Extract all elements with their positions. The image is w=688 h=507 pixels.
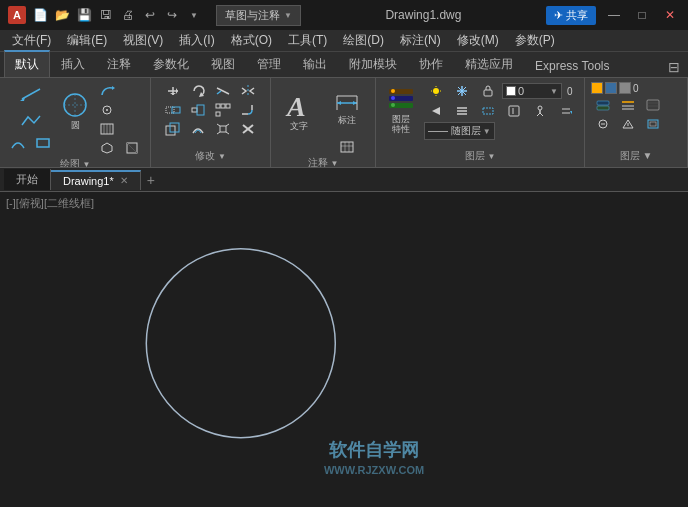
- layer-prev-icon[interactable]: [424, 102, 448, 120]
- ribbon-collapse-button[interactable]: ⊟: [664, 57, 684, 77]
- layer-sun-icon[interactable]: [424, 82, 448, 100]
- arc-tool[interactable]: [6, 134, 30, 152]
- text-tool[interactable]: A 文字: [277, 82, 321, 140]
- layer-btn5[interactable]: [616, 115, 640, 133]
- tab-featured[interactable]: 精选应用: [454, 50, 524, 77]
- layer-btn2[interactable]: [616, 96, 640, 114]
- canvas-area[interactable]: [-][俯视][二维线框] 软件自学网 WWW.RJZXW.COM: [0, 192, 688, 507]
- tab-annotate[interactable]: 注释: [96, 50, 142, 77]
- mirror-tool[interactable]: [236, 82, 260, 100]
- polyline-tool[interactable]: [13, 108, 49, 132]
- menu-file[interactable]: 文件(F): [4, 30, 59, 51]
- new-button[interactable]: 📄: [30, 5, 50, 25]
- menu-view[interactable]: 视图(V): [115, 30, 171, 51]
- tab-addins[interactable]: 附加模块: [338, 50, 408, 77]
- trim-tool[interactable]: [211, 82, 235, 100]
- svg-text:A: A: [285, 91, 306, 120]
- modify-expand-arrow[interactable]: ▼: [218, 152, 226, 161]
- print-button[interactable]: 🖨: [118, 5, 138, 25]
- dimension-tool[interactable]: 标注: [325, 82, 369, 136]
- line-tool[interactable]: [13, 82, 49, 106]
- fillet-tool[interactable]: [236, 101, 260, 119]
- hatch-tool[interactable]: [95, 120, 119, 138]
- menu-parametric[interactable]: 参数(P): [507, 30, 563, 51]
- tab-manage[interactable]: 管理: [246, 50, 292, 77]
- drawing-canvas[interactable]: [0, 192, 688, 507]
- offset-tool[interactable]: [186, 120, 210, 138]
- layer-merge-icon[interactable]: [554, 102, 578, 120]
- menu-tools[interactable]: 工具(T): [280, 30, 335, 51]
- new-tab-button[interactable]: +: [141, 170, 161, 190]
- close-button[interactable]: ✕: [660, 5, 680, 25]
- workspace-selector[interactable]: 草图与注释 ▼: [216, 5, 301, 26]
- tab-output[interactable]: 输出: [292, 50, 338, 77]
- rectangle-tool[interactable]: [31, 134, 55, 152]
- copy-tool[interactable]: [161, 120, 185, 138]
- layer-isolate-icon[interactable]: [476, 102, 500, 120]
- undo-button[interactable]: ↩: [140, 5, 160, 25]
- region-icon: [101, 142, 113, 154]
- array-tool[interactable]: [211, 101, 235, 119]
- annotate-expand-arrow[interactable]: ▼: [331, 159, 339, 168]
- save-as-button[interactable]: 🖫: [96, 5, 116, 25]
- redo-button[interactable]: ↪: [162, 5, 182, 25]
- layer-btn1[interactable]: [591, 96, 615, 114]
- tab-default[interactable]: 默认: [4, 50, 50, 77]
- menu-edit[interactable]: 编辑(E): [59, 30, 115, 51]
- scale-tool[interactable]: [186, 101, 210, 119]
- table-tool[interactable]: [335, 138, 359, 156]
- draw-expand-arrow[interactable]: ▼: [83, 160, 91, 169]
- layer-lock-icon[interactable]: [476, 82, 500, 100]
- ribbon-panel: 圆: [0, 78, 688, 168]
- layer-btn4[interactable]: [591, 115, 615, 133]
- arc-tool2[interactable]: [95, 82, 119, 100]
- layer-btn6[interactable]: [641, 115, 665, 133]
- tab-view[interactable]: 视图: [200, 50, 246, 77]
- quick-access-dropdown[interactable]: ▼: [184, 5, 204, 25]
- layer-freeze-vp-icon[interactable]: [502, 102, 526, 120]
- menu-insert[interactable]: 插入(I): [171, 30, 222, 51]
- more-draw-tools: [6, 134, 55, 152]
- linetype-selector[interactable]: —— 随图层 ▼: [424, 122, 495, 140]
- annotate-extra: [335, 138, 359, 156]
- move-tool[interactable]: [95, 101, 119, 119]
- close-tab-button[interactable]: ✕: [120, 175, 128, 186]
- open-button[interactable]: 📂: [52, 5, 72, 25]
- layer-btn3[interactable]: [641, 96, 665, 114]
- tab-collaborate[interactable]: 协作: [408, 50, 454, 77]
- menu-format[interactable]: 格式(O): [223, 30, 280, 51]
- start-tab-label: 开始: [16, 172, 38, 187]
- layer-properties-label: 图层特性: [392, 115, 410, 135]
- rotate-tool[interactable]: [186, 82, 210, 100]
- tab-express-tools[interactable]: Express Tools: [524, 53, 620, 77]
- doc-tab-drawing1[interactable]: Drawing1* ✕: [51, 170, 141, 190]
- save-button[interactable]: 💾: [74, 5, 94, 25]
- layer-freeze-icon[interactable]: [450, 82, 474, 100]
- erase-tool[interactable]: [236, 120, 260, 138]
- color-row: 0: [591, 82, 639, 94]
- layer-name-selector[interactable]: 0 ▼: [502, 83, 562, 99]
- menu-draw[interactable]: 绘图(D): [335, 30, 392, 51]
- layer-match-icon[interactable]: [450, 102, 474, 120]
- app-icon[interactable]: A: [8, 6, 26, 24]
- stretch-tool[interactable]: [161, 101, 185, 119]
- tab-parametric[interactable]: 参数化: [142, 50, 200, 77]
- layer-zero-label: 0: [564, 85, 576, 98]
- layer-walk-icon[interactable]: [528, 102, 552, 120]
- share-button[interactable]: ✈ 共享: [546, 6, 596, 25]
- circle-tool[interactable]: 圆: [57, 82, 93, 140]
- tab-insert[interactable]: 插入: [50, 50, 96, 77]
- wipeout-tool[interactable]: [120, 139, 144, 157]
- menu-modify[interactable]: 修改(M): [449, 30, 507, 51]
- layers-expand-arrow[interactable]: ▼: [488, 152, 496, 161]
- menu-dimension[interactable]: 标注(N): [392, 30, 449, 51]
- annotate-col2: 标注: [325, 82, 369, 156]
- minimize-button[interactable]: —: [604, 5, 624, 25]
- maximize-button[interactable]: □: [632, 5, 652, 25]
- doc-tab-start[interactable]: 开始: [4, 169, 51, 190]
- layer-dropdown-arrow: ▼: [550, 87, 558, 96]
- region-tool[interactable]: [95, 139, 119, 157]
- move-modify-tool[interactable]: [161, 82, 185, 100]
- explode-tool[interactable]: [211, 120, 235, 138]
- layer-properties-tool[interactable]: 图层特性: [382, 82, 420, 136]
